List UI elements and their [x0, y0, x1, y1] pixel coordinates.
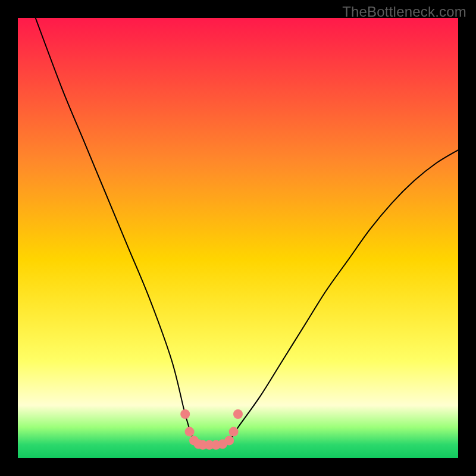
curve-layer — [18, 18, 458, 458]
marker-dot — [224, 436, 234, 445]
marker-dot — [180, 409, 190, 419]
marker-dot — [229, 427, 239, 437]
bottleneck-curve — [36, 18, 458, 446]
marker-dot — [233, 409, 243, 419]
chart-frame: TheBottleneck.com — [0, 0, 476, 476]
marker-dot — [185, 427, 195, 437]
optimal-range-markers — [180, 409, 243, 450]
plot-area — [18, 18, 458, 458]
